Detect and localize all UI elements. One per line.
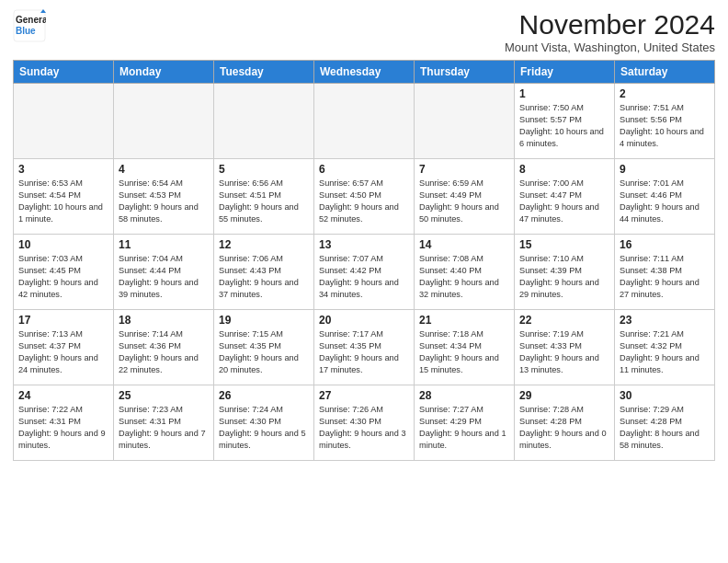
location: Mount Vista, Washington, United States (505, 40, 715, 54)
calendar-cell: 6Sunrise: 6:57 AM Sunset: 4:50 PM Daylig… (314, 159, 415, 235)
calendar-cell: 18Sunrise: 7:14 AM Sunset: 4:36 PM Dayli… (114, 310, 214, 385)
day-number: 26 (219, 389, 309, 402)
col-sunday: Sunday (14, 61, 114, 84)
calendar-cell: 2Sunrise: 7:51 AM Sunset: 5:56 PM Daylig… (615, 84, 715, 159)
day-info: Sunrise: 7:23 AM Sunset: 4:31 PM Dayligh… (119, 404, 209, 452)
calendar-cell: 17Sunrise: 7:13 AM Sunset: 4:37 PM Dayli… (14, 310, 114, 385)
calendar-cell: 27Sunrise: 7:26 AM Sunset: 4:30 PM Dayli… (314, 385, 415, 461)
calendar-cell: 20Sunrise: 7:17 AM Sunset: 4:35 PM Dayli… (314, 310, 415, 385)
day-info: Sunrise: 7:29 AM Sunset: 4:28 PM Dayligh… (620, 404, 710, 452)
day-number: 30 (620, 389, 710, 402)
day-number: 18 (119, 314, 209, 327)
day-number: 2 (620, 87, 710, 100)
day-info: Sunrise: 7:06 AM Sunset: 4:43 PM Dayligh… (219, 253, 309, 301)
calendar-cell (214, 84, 314, 159)
day-info: Sunrise: 7:28 AM Sunset: 4:28 PM Dayligh… (519, 404, 609, 452)
month-title: November 2024 (505, 9, 715, 40)
day-number: 19 (219, 314, 309, 327)
day-number: 12 (219, 238, 309, 251)
calendar-cell: 7Sunrise: 6:59 AM Sunset: 4:49 PM Daylig… (415, 159, 515, 235)
day-info: Sunrise: 7:21 AM Sunset: 4:32 PM Dayligh… (620, 328, 710, 376)
title-block: November 2024 Mount Vista, Washington, U… (505, 9, 715, 54)
calendar-week-4: 17Sunrise: 7:13 AM Sunset: 4:37 PM Dayli… (14, 310, 715, 385)
day-number: 17 (18, 314, 108, 327)
col-monday: Monday (114, 61, 214, 84)
day-info: Sunrise: 6:54 AM Sunset: 4:53 PM Dayligh… (119, 178, 209, 225)
col-saturday: Saturday (615, 61, 715, 84)
day-info: Sunrise: 7:11 AM Sunset: 4:38 PM Dayligh… (620, 253, 710, 301)
day-number: 6 (319, 163, 409, 176)
calendar-week-2: 3Sunrise: 6:53 AM Sunset: 4:54 PM Daylig… (14, 159, 715, 235)
calendar-cell: 3Sunrise: 6:53 AM Sunset: 4:54 PM Daylig… (14, 159, 114, 235)
calendar-cell: 26Sunrise: 7:24 AM Sunset: 4:30 PM Dayli… (214, 385, 314, 461)
calendar-cell: 24Sunrise: 7:22 AM Sunset: 4:31 PM Dayli… (14, 385, 114, 461)
calendar-cell: 22Sunrise: 7:19 AM Sunset: 4:33 PM Dayli… (515, 310, 615, 385)
day-info: Sunrise: 7:10 AM Sunset: 4:39 PM Dayligh… (519, 253, 609, 301)
calendar-cell: 4Sunrise: 6:54 AM Sunset: 4:53 PM Daylig… (114, 159, 214, 235)
day-number: 14 (419, 238, 509, 251)
calendar-cell: 19Sunrise: 7:15 AM Sunset: 4:35 PM Dayli… (214, 310, 314, 385)
calendar-cell: 14Sunrise: 7:08 AM Sunset: 4:40 PM Dayli… (415, 235, 515, 310)
calendar-week-3: 10Sunrise: 7:03 AM Sunset: 4:45 PM Dayli… (14, 235, 715, 310)
day-info: Sunrise: 7:22 AM Sunset: 4:31 PM Dayligh… (18, 404, 108, 452)
calendar-cell: 30Sunrise: 7:29 AM Sunset: 4:28 PM Dayli… (615, 385, 715, 461)
calendar-cell: 25Sunrise: 7:23 AM Sunset: 4:31 PM Dayli… (114, 385, 214, 461)
calendar-cell: 15Sunrise: 7:10 AM Sunset: 4:39 PM Dayli… (515, 235, 615, 310)
day-info: Sunrise: 7:17 AM Sunset: 4:35 PM Dayligh… (319, 328, 409, 376)
day-number: 15 (519, 238, 609, 251)
day-number: 9 (620, 163, 710, 176)
day-number: 1 (519, 87, 609, 100)
header: General Blue November 2024 Mount Vista, … (13, 9, 715, 54)
col-tuesday: Tuesday (214, 61, 314, 84)
svg-text:General: General (16, 15, 46, 25)
day-info: Sunrise: 7:18 AM Sunset: 4:34 PM Dayligh… (419, 328, 509, 376)
day-number: 13 (319, 238, 409, 251)
svg-text:Blue: Blue (16, 26, 36, 36)
day-info: Sunrise: 7:51 AM Sunset: 5:56 PM Dayligh… (620, 102, 710, 150)
logo: General Blue (13, 9, 46, 42)
col-wednesday: Wednesday (314, 61, 415, 84)
calendar-cell: 9Sunrise: 7:01 AM Sunset: 4:46 PM Daylig… (615, 159, 715, 235)
col-friday: Friday (515, 61, 615, 84)
day-info: Sunrise: 7:07 AM Sunset: 4:42 PM Dayligh… (319, 253, 409, 301)
calendar-cell: 29Sunrise: 7:28 AM Sunset: 4:28 PM Dayli… (515, 385, 615, 461)
calendar-cell: 8Sunrise: 7:00 AM Sunset: 4:47 PM Daylig… (515, 159, 615, 235)
calendar-cell: 23Sunrise: 7:21 AM Sunset: 4:32 PM Dayli… (615, 310, 715, 385)
calendar-cell (114, 84, 214, 159)
calendar-cell: 12Sunrise: 7:06 AM Sunset: 4:43 PM Dayli… (214, 235, 314, 310)
calendar-cell: 28Sunrise: 7:27 AM Sunset: 4:29 PM Dayli… (415, 385, 515, 461)
day-info: Sunrise: 7:01 AM Sunset: 4:46 PM Dayligh… (620, 178, 710, 225)
day-info: Sunrise: 7:08 AM Sunset: 4:40 PM Dayligh… (419, 253, 509, 301)
day-info: Sunrise: 7:04 AM Sunset: 4:44 PM Dayligh… (119, 253, 209, 301)
calendar-cell: 11Sunrise: 7:04 AM Sunset: 4:44 PM Dayli… (114, 235, 214, 310)
day-number: 21 (419, 314, 509, 327)
day-info: Sunrise: 7:15 AM Sunset: 4:35 PM Dayligh… (219, 328, 309, 376)
day-info: Sunrise: 7:19 AM Sunset: 4:33 PM Dayligh… (519, 328, 609, 376)
day-number: 28 (419, 389, 509, 402)
day-info: Sunrise: 7:03 AM Sunset: 4:45 PM Dayligh… (18, 253, 108, 301)
day-info: Sunrise: 7:14 AM Sunset: 4:36 PM Dayligh… (119, 328, 209, 376)
day-number: 10 (18, 238, 108, 251)
day-info: Sunrise: 7:27 AM Sunset: 4:29 PM Dayligh… (419, 404, 509, 452)
day-info: Sunrise: 7:13 AM Sunset: 4:37 PM Dayligh… (18, 328, 108, 376)
day-info: Sunrise: 6:59 AM Sunset: 4:49 PM Dayligh… (419, 178, 509, 225)
day-info: Sunrise: 7:26 AM Sunset: 4:30 PM Dayligh… (319, 404, 409, 452)
day-number: 3 (18, 163, 108, 176)
calendar-cell: 10Sunrise: 7:03 AM Sunset: 4:45 PM Dayli… (14, 235, 114, 310)
day-number: 11 (119, 238, 209, 251)
page: General Blue November 2024 Mount Vista, … (0, 0, 728, 563)
day-number: 25 (119, 389, 209, 402)
day-info: Sunrise: 6:53 AM Sunset: 4:54 PM Dayligh… (18, 178, 108, 225)
calendar-cell: 16Sunrise: 7:11 AM Sunset: 4:38 PM Dayli… (615, 235, 715, 310)
day-number: 29 (519, 389, 609, 402)
calendar-table: Sunday Monday Tuesday Wednesday Thursday… (13, 60, 715, 461)
calendar-week-5: 24Sunrise: 7:22 AM Sunset: 4:31 PM Dayli… (14, 385, 715, 461)
calendar-cell: 5Sunrise: 6:56 AM Sunset: 4:51 PM Daylig… (214, 159, 314, 235)
calendar-header-row: Sunday Monday Tuesday Wednesday Thursday… (14, 61, 715, 84)
day-number: 22 (519, 314, 609, 327)
calendar-cell (14, 84, 114, 159)
day-number: 7 (419, 163, 509, 176)
day-info: Sunrise: 7:24 AM Sunset: 4:30 PM Dayligh… (219, 404, 309, 452)
calendar-cell (314, 84, 415, 159)
calendar-cell: 13Sunrise: 7:07 AM Sunset: 4:42 PM Dayli… (314, 235, 415, 310)
